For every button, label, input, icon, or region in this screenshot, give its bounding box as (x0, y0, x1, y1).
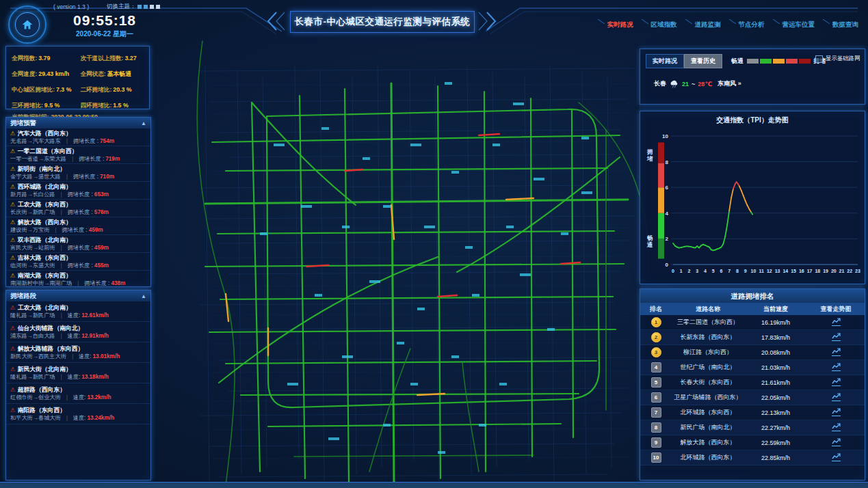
collapse-icon[interactable]: ▲ (141, 120, 146, 126)
home-button[interactable] (8, 5, 47, 44)
table-row[interactable]: 10 北环城路（西向东） 22.85km/h (640, 450, 865, 465)
trend-chart-icon[interactable] (832, 378, 841, 386)
stat-item: 四环拥堵比:1.5 % (80, 98, 144, 110)
congestion-list-item[interactable]: ⚠超群路（西向东） 红领巾街→创业大街｜速度:13.2km/h (6, 383, 150, 404)
table-header: 排名 道路名称 当前速度 查看走势图 (640, 303, 865, 315)
stat-item: 二环拥堵比:20.3 % (80, 82, 144, 94)
traffic-legend: 畅通 拥堵 (729, 57, 828, 66)
stat-item: 次干道以上指数:3.27 (80, 51, 144, 63)
roadview-tab[interactable]: 实时路况 (646, 54, 684, 68)
roadview-tab[interactable]: 查看历史 (684, 54, 722, 68)
table-row[interactable]: 9 解放大路（西向东） 22.59km/h (640, 435, 865, 450)
trend-chart-icon[interactable] (832, 318, 841, 326)
trend-chart-icon[interactable] (832, 438, 841, 446)
table-row[interactable]: 5 长春大街（东向西） 21.61km/h (640, 375, 865, 390)
warning-list-item[interactable]: ⚠新明街（南向北） 金宇大路→盛世大路｜拥堵长度 :710m (6, 164, 150, 182)
warning-list-item[interactable]: ⚠汽车大路（西向东） 无名路→汽车大路东｜拥堵长度 :754m (6, 128, 150, 146)
nav-item[interactable]: 实时路况 (607, 21, 633, 29)
current-speed: 22.85km/h (744, 455, 807, 461)
alert-triangle-icon: ⚠ (10, 386, 16, 393)
nav-item[interactable]: 道路监测 (695, 21, 721, 29)
theme-swatch[interactable] (156, 5, 160, 9)
rank-badge: 4 (651, 362, 661, 372)
table-row[interactable]: 6 卫星广场辅路（西向东） 22.05km/h (640, 390, 865, 405)
theme-swatch[interactable] (144, 5, 148, 9)
table-row[interactable]: 8 新民广场（南向北） 22.27km/h (640, 420, 865, 435)
show-basemap-toggle[interactable]: 显示基础路网 (815, 55, 860, 63)
collapse-icon[interactable]: ▲ (141, 293, 146, 299)
svg-text:23: 23 (855, 269, 860, 273)
current-speed: 22.05km/h (744, 394, 807, 401)
rank-badge: 9 (651, 437, 661, 448)
svg-text:16: 16 (799, 269, 804, 273)
svg-text:11: 11 (759, 269, 764, 273)
warning-list-item[interactable]: ⚠西环城路（北向南） 新月路→长白公路｜拥堵长度 :653m (6, 182, 150, 200)
alert-triangle-icon: ⚠ (10, 345, 16, 352)
trend-chart-icon[interactable] (832, 453, 841, 461)
stat-item: 全网指数:3.79 (12, 51, 76, 63)
svg-text:4: 4 (704, 269, 707, 273)
table-row[interactable]: 1 三零二国道（东向西） 16.19km/h (640, 315, 865, 330)
svg-text:2: 2 (666, 236, 669, 242)
table-row[interactable]: 4 世纪广场（南向北） 21.03km/h (640, 360, 865, 375)
warning-triangle-icon: ⚠ (10, 236, 16, 243)
congestion-list-item[interactable]: ⚠工农大路（北向南） 隆礼路→新民广场｜速度:12.61km/h (6, 301, 150, 322)
current-speed: 16.19km/h (744, 319, 807, 326)
warning-list-item[interactable]: ⚠工农大路（东向西） 长庆街→新民广场｜拥堵长度 :576m (6, 200, 150, 217)
road-name: 长新东路（西向东） (672, 333, 744, 342)
road-name: 柳江路（东向西） (672, 348, 744, 357)
current-speed: 21.61km/h (744, 379, 807, 386)
congestion-list-item[interactable]: ⚠新民大街（北向南） 隆礼路→新民广场｜速度:13.18km/h (6, 363, 150, 383)
congestion-list-item[interactable]: ⚠仙台大街辅路（南向北） 浦东路→自由大路｜速度:12.91km/h (6, 322, 150, 342)
theme-swatch[interactable] (150, 5, 154, 9)
warning-list-item[interactable]: ⚠南湖大路（东向西） 南湖新村中街→南湖广场｜拥堵长度 :438m (6, 271, 150, 286)
warning-triangle-icon: ⚠ (10, 130, 16, 137)
trend-chart-icon[interactable] (832, 423, 841, 431)
panel-title: 拥堵预警 (10, 119, 36, 128)
rank-badge: 6 (651, 392, 661, 403)
nav-item[interactable]: 区域指数 (651, 21, 677, 29)
trend-chart-icon[interactable] (832, 363, 841, 371)
nav-item[interactable]: 数据查询 (832, 21, 858, 29)
wind-label[interactable]: 东南风 » (718, 79, 741, 88)
road-condition-panel: 实时路况 查看历史 畅通 拥堵 显示基础路网 长春 21 ~ 28℃ 东南风 » (640, 49, 865, 105)
svg-text:8: 8 (666, 159, 669, 165)
tpi-trend-chart[interactable]: 0246810012345678910111213141516171819202… (640, 125, 865, 281)
current-speed: 22.59km/h (744, 439, 807, 446)
trend-chart-icon[interactable] (832, 408, 841, 416)
warning-triangle-icon: ⚠ (10, 219, 16, 226)
svg-text:20: 20 (831, 269, 837, 273)
weather-widget[interactable]: 长春 21 ~ 28℃ 东南风 » (654, 79, 741, 88)
nav-item[interactable]: 营运车位置 (782, 21, 815, 29)
theme-swatch[interactable] (137, 5, 142, 9)
congestion-list-item[interactable]: ⚠南阳路（东向西） 和平大街→春城大街｜速度:13.24km/h (6, 404, 150, 424)
trend-chart-icon[interactable] (832, 333, 841, 341)
warning-list-item[interactable]: ⚠解放大路（西向东） 建设街→万宝街｜拥堵长度 :459m (6, 217, 150, 235)
road-name: 世纪广场（南向北） (672, 363, 744, 372)
warning-triangle-icon: ⚠ (10, 183, 16, 190)
trend-chart-icon[interactable] (832, 393, 841, 401)
warning-list-item[interactable]: ⚠吉林大路（东向西） 临河街→东盛大街｜拥堵长度 :455m (6, 253, 150, 271)
table-row[interactable]: 7 北环城路（东向西） 22.13km/h (640, 405, 865, 420)
map-road-labels (260, 82, 592, 454)
nav-item[interactable]: 节点分析 (739, 21, 765, 29)
trend-chart-icon[interactable] (832, 348, 841, 356)
warning-list-item[interactable]: ⚠一零二国道（东向西） 一零一省道→东荣大路｜拥堵长度 :719m (6, 146, 150, 164)
map-major-roads (197, 41, 648, 485)
rank-badge: 7 (651, 407, 661, 418)
svg-text:0: 0 (666, 262, 669, 268)
road-name: 新民广场（南向北） (672, 423, 744, 432)
svg-text:7: 7 (728, 269, 731, 273)
congestion-list-item[interactable]: ⚠解放大路辅路（东向西） 新民大街→西民主大街｜速度:13.01km/h (6, 342, 150, 363)
svg-text:3: 3 (696, 269, 698, 273)
theme-switcher[interactable]: 切换主题： (107, 3, 161, 11)
table-row[interactable]: 3 柳江路（东向西） 20.08km/h (640, 345, 865, 360)
clock: 09:55:18 (53, 12, 156, 29)
table-row[interactable]: 2 长新东路（西向东） 17.83km/h (640, 330, 865, 345)
warning-list-item[interactable]: ⚠双丰西路（北向南） 富民大街→站前街｜拥堵长度 :459m (6, 235, 150, 253)
basemap-checkbox[interactable] (815, 55, 823, 63)
warning-triangle-icon: ⚠ (10, 254, 16, 261)
svg-text:8: 8 (736, 269, 739, 273)
page-title: 长春市-中心城区交通运行监测与评估系统 (295, 16, 471, 28)
rank-badge: 10 (651, 452, 661, 463)
